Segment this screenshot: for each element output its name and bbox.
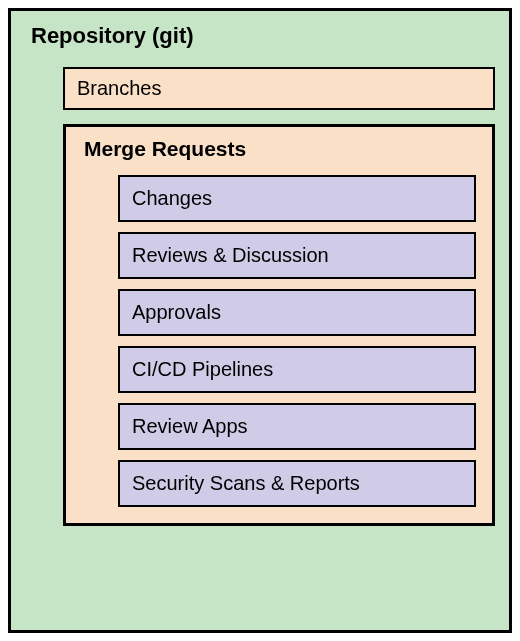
merge-requests-title: Merge Requests [84,137,478,161]
mr-item-review-apps: Review Apps [118,403,476,450]
mr-item-security: Security Scans & Reports [118,460,476,507]
mr-item-changes: Changes [118,175,476,222]
mr-item-approvals: Approvals [118,289,476,336]
merge-requests-container: Merge Requests Changes Reviews & Discuss… [63,124,495,526]
repository-container: Repository (git) Branches Merge Requests… [8,8,512,633]
mr-item-pipelines: CI/CD Pipelines [118,346,476,393]
mr-item-reviews: Reviews & Discussion [118,232,476,279]
repository-title: Repository (git) [31,23,491,49]
branches-box: Branches [63,67,495,110]
